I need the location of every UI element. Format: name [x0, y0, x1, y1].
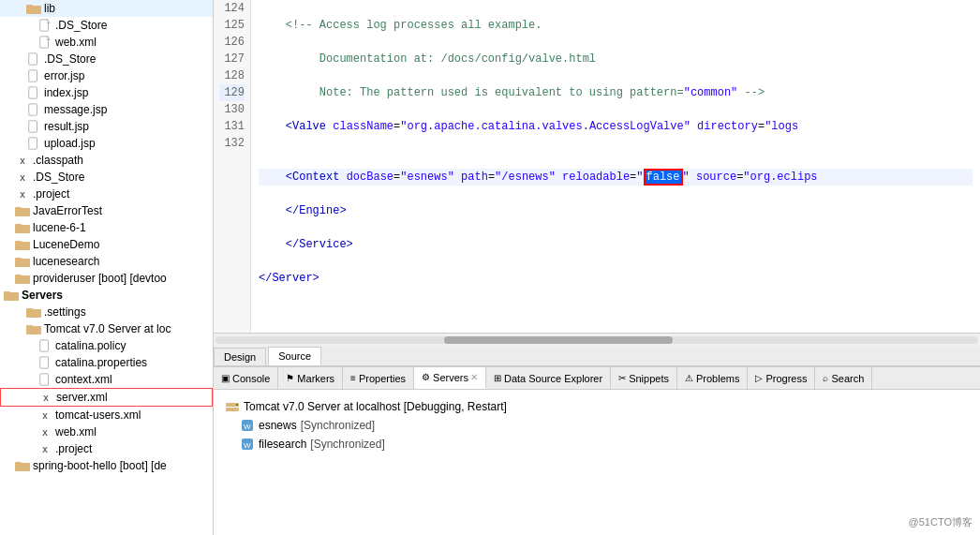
tab-source[interactable]: Source: [268, 347, 321, 365]
filesearch-status: [Synchronized]: [310, 438, 384, 451]
sidebar-item-result-jsp[interactable]: result.jsp: [0, 118, 213, 135]
tab-search[interactable]: ⌕ Search: [815, 367, 872, 389]
sidebar-item-label: .DS_Store: [44, 52, 96, 66]
horizontal-scrollbar[interactable]: [214, 333, 980, 346]
servers-panel-content: Tomcat v7.0 Server at localhost [Debuggi…: [214, 390, 980, 535]
tab-servers[interactable]: ⚙ Servers ✕: [414, 367, 486, 389]
sidebar-item-servers[interactable]: Servers: [0, 287, 213, 304]
svg-point-34: [236, 409, 238, 410]
sidebar-item-tomcat-users-xml[interactable]: x tomcat-users.xml: [0, 407, 213, 424]
sidebar-item-label: .project: [33, 187, 69, 201]
datasource-icon: ⊞: [494, 373, 501, 383]
tab-problems[interactable]: ⚠ Problems: [677, 367, 748, 389]
sidebar-item-ds-store1[interactable]: .DS_Store: [0, 17, 213, 34]
tab-datasource-label: Data Source Explorer: [504, 373, 602, 384]
sidebar-item-label: error.jsp: [44, 69, 84, 82]
svg-rect-7: [29, 104, 37, 115]
sidebar-item-label: message.jsp: [44, 103, 107, 116]
tab-markers[interactable]: ⚑ Markers: [278, 367, 343, 389]
server-root-label: Tomcat v7.0 Server at localhost [Debuggi…: [244, 400, 507, 413]
server-child-esnews[interactable]: W esnews [Synchronized]: [221, 416, 973, 435]
sidebar-item-spring-boot-hello[interactable]: spring-boot-hello [boot] [de: [0, 457, 213, 474]
tab-snippets[interactable]: ✂ Snippets: [611, 367, 677, 389]
sidebar-item-project2[interactable]: x .project: [0, 440, 213, 457]
sidebar-item-error-jsp[interactable]: error.jsp: [0, 67, 213, 84]
panel-tab-bar: ▣ Console ⚑ Markers ≡ Properties ⚙ Serve…: [214, 367, 980, 390]
scrollbar-track[interactable]: [215, 336, 978, 344]
sidebar-item-web-xml2[interactable]: x web.xml: [0, 424, 213, 440]
sidebar-item-catalina-properties[interactable]: catalina.properties: [0, 354, 213, 371]
snippets-icon: ✂: [618, 373, 626, 383]
svg-rect-26: [40, 340, 49, 351]
svg-rect-8: [29, 121, 37, 132]
sidebar-item-upload-jsp[interactable]: upload.jsp: [0, 135, 213, 152]
esnews-status: [Synchronized]: [301, 419, 375, 432]
server-root-item[interactable]: Tomcat v7.0 Server at localhost [Debuggi…: [221, 397, 973, 416]
svg-rect-6: [29, 87, 37, 98]
filesearch-icon: W: [240, 437, 255, 452]
tab-console[interactable]: ▣ Console: [214, 367, 278, 389]
sidebar-item-lib[interactable]: lib: [0, 0, 213, 17]
sidebar-item-tomcat-server[interactable]: Tomcat v7.0 Server at loc: [0, 320, 213, 337]
server-child-filesearch[interactable]: W filesearch [Synchronized]: [221, 435, 973, 453]
tab-snippets-label: Snippets: [629, 373, 669, 384]
properties-icon: ≡: [350, 373, 356, 383]
svg-rect-19: [15, 275, 22, 277]
sidebar-item-settings[interactable]: .settings: [0, 304, 213, 320]
svg-rect-28: [40, 374, 49, 385]
esnews-label: esnews: [259, 419, 297, 432]
sidebar-item-label: web.xml: [55, 36, 97, 49]
watermark: @51CTO博客: [909, 515, 973, 529]
tab-progress[interactable]: ▷ Progress: [748, 367, 815, 389]
sidebar-item-javaerrortest[interactable]: JavaErrorTest: [0, 202, 213, 219]
sidebar-item-server-xml[interactable]: x server.xml: [0, 388, 213, 407]
sidebar-item-label: context.xml: [55, 373, 112, 386]
sidebar-item-label: web.xml: [55, 425, 97, 438]
tab-properties[interactable]: ≡ Properties: [343, 367, 414, 389]
sidebar-item-index-jsp[interactable]: index.jsp: [0, 84, 213, 101]
sidebar-item-label: .project: [55, 442, 92, 455]
svg-rect-15: [15, 241, 22, 244]
tab-markers-label: Markers: [297, 373, 334, 384]
svg-rect-23: [26, 308, 33, 311]
search-icon: ⌕: [823, 373, 828, 383]
sidebar-item-label: lucene-6-1: [33, 221, 86, 234]
svg-rect-13: [15, 224, 22, 227]
servers-tab-indicator: ✕: [470, 372, 478, 382]
sidebar-item-label: index.jsp: [44, 86, 88, 99]
console-icon: ▣: [221, 373, 230, 383]
svg-text:W: W: [244, 441, 251, 450]
tab-servers-label: Servers: [433, 372, 468, 383]
sidebar-item-message-jsp[interactable]: message.jsp: [0, 101, 213, 118]
sidebar-item-lucenedemo[interactable]: LuceneDemo: [0, 236, 213, 253]
tab-console-label: Console: [232, 373, 270, 384]
sidebar-item-classpath[interactable]: x .classpath: [0, 152, 213, 169]
sidebar-item-ds-store3[interactable]: x .DS_Store: [0, 169, 213, 186]
sidebar-item-provideruser[interactable]: provideruser [boot] [devtoo: [0, 270, 213, 287]
svg-point-33: [236, 404, 238, 406]
bottom-panel: ▣ Console ⚑ Markers ≡ Properties ⚙ Serve…: [214, 366, 980, 535]
svg-rect-30: [15, 462, 22, 465]
problems-icon: ⚠: [685, 373, 693, 383]
sidebar-item-web-xml1[interactable]: web.xml: [0, 34, 213, 51]
tab-design[interactable]: Design: [214, 348, 266, 365]
svg-rect-27: [40, 357, 49, 368]
sidebar-item-context-xml[interactable]: context.xml: [0, 371, 213, 388]
sidebar-item-catalina-policy[interactable]: catalina.policy: [0, 337, 213, 354]
sidebar-item-label: .DS_Store: [55, 19, 107, 32]
sidebar-item-ds-store2[interactable]: .DS_Store: [0, 51, 213, 67]
sidebar-item-lucene61[interactable]: lucene-6-1: [0, 219, 213, 236]
sidebar-item-label: tomcat-users.xml: [55, 409, 141, 422]
tab-datasource[interactable]: ⊞ Data Source Explorer: [486, 367, 611, 389]
code-area[interactable]: 124 125 126 127 128 129 130 131 132 <!--…: [214, 0, 980, 333]
code-content[interactable]: <!-- Access log processes all example. D…: [251, 0, 980, 333]
editor-tabs: Design Source: [214, 346, 980, 366]
sidebar-item-label: .settings: [44, 305, 86, 319]
sidebar-item-label: upload.jsp: [44, 137, 96, 150]
sidebar-item-lucenesearch[interactable]: lucenesearch: [0, 253, 213, 270]
sidebar-item-label: result.jsp: [44, 120, 89, 133]
progress-icon: ▷: [755, 373, 763, 383]
sidebar-item-project1[interactable]: x .project: [0, 186, 213, 202]
sidebar-item-label: lucenesearch: [33, 255, 99, 268]
scrollbar-thumb[interactable]: [444, 336, 673, 344]
